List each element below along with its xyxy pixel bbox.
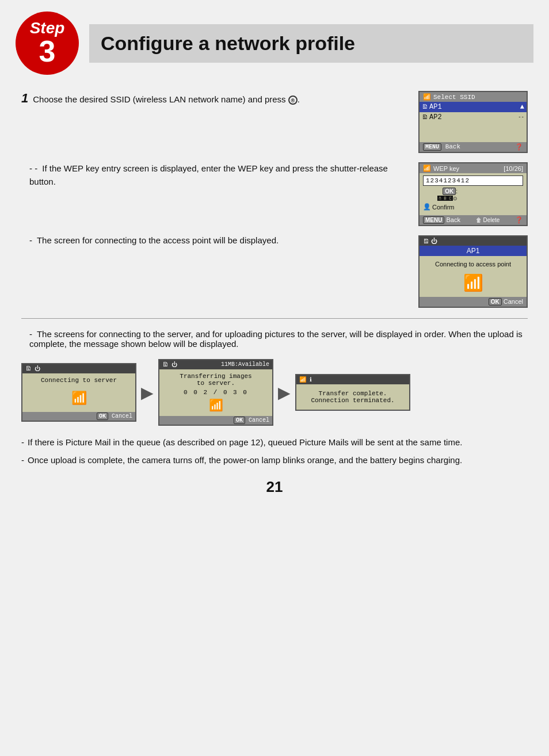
server-cancel2: OK Cancel xyxy=(159,416,272,425)
ap2-row: 🖻 AP2 -- xyxy=(420,112,527,123)
bullet-item-2: - Once upload is complete, the camera tu… xyxy=(21,454,528,467)
arrow2: ▶ xyxy=(278,383,291,402)
help-icon1: ❓ xyxy=(515,143,523,151)
delete-label: 🗑 Delete xyxy=(476,217,500,223)
ap-cancel-bar: OK Cancel xyxy=(420,297,527,307)
step1-number: 1 xyxy=(21,91,28,106)
wifi-icon2: 📶 xyxy=(423,165,431,172)
connecting-ap-text: Connecting to access point xyxy=(422,261,524,268)
back-label2: Back xyxy=(447,216,460,223)
back-label1: Back xyxy=(445,143,460,150)
step-number: 3 xyxy=(39,36,56,66)
transfer-text1: Transferring images xyxy=(163,373,269,380)
transfer-header-left: 🖻 ⏻ xyxy=(162,361,177,368)
ok-icon: ® xyxy=(288,96,298,105)
page-title: Configure a network profile xyxy=(89,24,533,63)
wifi-icon-s1: 📶 xyxy=(26,391,132,406)
bottom-bullets: - If there is Picture Mail in the queue … xyxy=(21,436,528,467)
complete-header-icon: 📶 ℹ xyxy=(299,376,312,383)
ap2-label: AP2 xyxy=(429,113,442,121)
transferring-screen: 🖻 ⏻ 11MB:Available Transferring images t… xyxy=(158,359,273,426)
step-label: Step xyxy=(30,20,65,36)
wifi-icon-s2: 📶 xyxy=(163,398,269,413)
connecting-server-screen: 🖻 ⏻ Connecting to server 📶 OK Cancel xyxy=(21,363,136,422)
wep-key-title: WEP key xyxy=(433,165,459,172)
page-number: 21 xyxy=(21,478,528,496)
server-note-section: - The screens for connecting to the serv… xyxy=(21,329,528,349)
wifi-large-icon: 📶 xyxy=(422,273,524,292)
complete-text1: Transfer complete. xyxy=(300,390,406,397)
wep-dash: - xyxy=(35,163,37,173)
wep-range: [10/26] xyxy=(504,165,523,172)
confirm-label: Confirm xyxy=(432,204,455,211)
complete-screen: 📶 ℹ Transfer complete. Connection termin… xyxy=(295,374,410,411)
header: Step 3 Configure a network profile xyxy=(16,12,533,75)
bullet-text-1: If there is Picture Mail in the queue (a… xyxy=(28,436,462,449)
connect-header-icons: 🖻 ⏻ xyxy=(423,238,437,245)
help-icon2: ❓ xyxy=(515,216,523,224)
three-screens-row: 🖻 ⏻ Connecting to server 📶 OK Cancel ▶ 🖻… xyxy=(21,359,528,426)
ap1-label: AP1 xyxy=(429,103,442,111)
transfer-progress: 0 0 2 / 0 3 0 xyxy=(163,389,269,396)
connect-note: - The screen for connecting to the acces… xyxy=(29,235,407,245)
step1-text: Choose the desired SSID (wireless LAN ne… xyxy=(33,94,300,105)
connect-ap-screen: 🖻 ⏻ AP1 Connecting to access point 📶 OK … xyxy=(418,235,528,308)
select-ssid-screen: 📶 Select SSID 🖻 AP1 ▲ 🖻 AP2 -- MENU Back… xyxy=(418,91,528,153)
wep-key-screen: 📶 WEP key [10/26] 1234123412 OK: 🅰🅱🅲⊙ 👤 … xyxy=(418,162,528,226)
select-ssid-title: Select SSID xyxy=(433,94,475,101)
bullet-item-1: - If there is Picture Mail in the queue … xyxy=(21,436,528,449)
connect-ssid: AP1 xyxy=(420,246,527,256)
connecting-server-text: Connecting to server xyxy=(26,377,132,384)
bullet-text-2: Once upload is complete, the camera turn… xyxy=(28,454,462,467)
complete-text2: Connection terminated. xyxy=(300,397,406,404)
server-note: The screens for connecting to the server… xyxy=(29,329,523,349)
step-circle: Step 3 xyxy=(16,12,79,75)
confirm-icon: 👤 xyxy=(423,203,431,211)
ap1-row: 🖻 AP1 ▲ xyxy=(420,102,527,112)
wep-note: - If the WEP key entry screen is display… xyxy=(29,162,407,188)
transfer-text2: to server. xyxy=(163,380,269,387)
wifi-icon: 📶 xyxy=(423,93,431,101)
transfer-header-right: 11MB:Available xyxy=(221,361,269,368)
divider xyxy=(21,318,528,319)
main-content: 1 Choose the desired SSID (wireless LAN … xyxy=(16,91,533,496)
wep-input: 1234123412 xyxy=(423,175,523,186)
arrow1: ▶ xyxy=(141,383,154,402)
server-header-icon: 🖻 ⏻ xyxy=(25,365,40,372)
server-cancel1: OK Cancel xyxy=(22,412,135,421)
